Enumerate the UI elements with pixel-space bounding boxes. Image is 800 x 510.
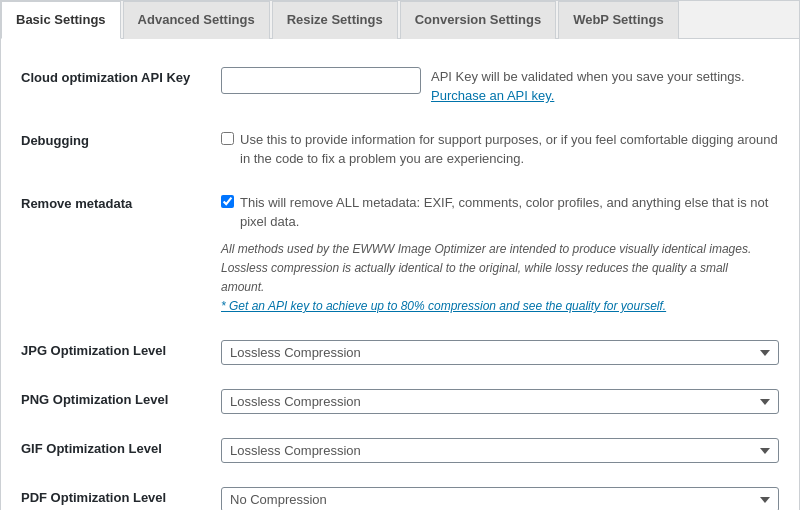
api-key-row: Cloud optimization API Key API Key will … bbox=[21, 55, 779, 118]
api-key-field-row: API Key will be validated when you save … bbox=[221, 67, 779, 106]
remove-metadata-row: Remove metadata This will remove ALL met… bbox=[21, 181, 779, 329]
form-content: Cloud optimization API Key API Key will … bbox=[1, 39, 799, 511]
png-level-field: No Compression Lossless Compression Loss… bbox=[221, 389, 779, 414]
pdf-level-field: No Compression Lossless Compression Loss… bbox=[221, 487, 779, 510]
tab-bar: Basic Settings Advanced Settings Resize … bbox=[1, 1, 799, 39]
jpg-level-field: No Compression Lossless Compression Loss… bbox=[221, 340, 779, 365]
gif-level-row: GIF Optimization Level No Compression Lo… bbox=[21, 426, 779, 475]
remove-metadata-description: This will remove ALL metadata: EXIF, com… bbox=[240, 193, 779, 232]
tab-resize-settings[interactable]: Resize Settings bbox=[272, 1, 398, 39]
remove-metadata-checkbox-label[interactable]: This will remove ALL metadata: EXIF, com… bbox=[221, 193, 779, 232]
png-level-select[interactable]: No Compression Lossless Compression Loss… bbox=[221, 389, 779, 414]
tab-webp-settings[interactable]: WebP Settings bbox=[558, 1, 679, 39]
remove-metadata-field: This will remove ALL metadata: EXIF, com… bbox=[221, 193, 779, 317]
pdf-level-label: PDF Optimization Level bbox=[21, 487, 221, 505]
jpg-level-row: JPG Optimization Level No Compression Lo… bbox=[21, 328, 779, 377]
api-key-description: API Key will be validated when you save … bbox=[431, 67, 779, 106]
pdf-level-select[interactable]: No Compression Lossless Compression Loss… bbox=[221, 487, 779, 510]
debugging-description: Use this to provide information for supp… bbox=[240, 130, 779, 169]
png-level-row: PNG Optimization Level No Compression Lo… bbox=[21, 377, 779, 426]
api-key-label: Cloud optimization API Key bbox=[21, 67, 221, 85]
debugging-field: Use this to provide information for supp… bbox=[221, 130, 779, 169]
debugging-checkbox-label[interactable]: Use this to provide information for supp… bbox=[221, 130, 779, 169]
debugging-label: Debugging bbox=[21, 130, 221, 148]
api-key-cta-link[interactable]: * Get an API key to achieve up to 80% co… bbox=[221, 299, 666, 313]
jpg-level-label: JPG Optimization Level bbox=[21, 340, 221, 358]
tab-conversion-settings[interactable]: Conversion Settings bbox=[400, 1, 556, 39]
remove-metadata-checkbox[interactable] bbox=[221, 195, 234, 208]
api-key-field: API Key will be validated when you save … bbox=[221, 67, 779, 106]
pdf-level-row: PDF Optimization Level No Compression Lo… bbox=[21, 475, 779, 510]
gif-level-label: GIF Optimization Level bbox=[21, 438, 221, 456]
debugging-row: Debugging Use this to provide informatio… bbox=[21, 118, 779, 181]
api-key-input[interactable] bbox=[221, 67, 421, 94]
gif-level-select[interactable]: No Compression Lossless Compression bbox=[221, 438, 779, 463]
jpg-level-select[interactable]: No Compression Lossless Compression Loss… bbox=[221, 340, 779, 365]
settings-panel: Basic Settings Advanced Settings Resize … bbox=[0, 0, 800, 510]
optimizer-notice: All methods used by the EWWW Image Optim… bbox=[221, 240, 771, 317]
tab-basic-settings[interactable]: Basic Settings bbox=[1, 1, 121, 39]
purchase-api-key-link[interactable]: Purchase an API key. bbox=[431, 88, 554, 103]
remove-metadata-label: Remove metadata bbox=[21, 193, 221, 211]
tab-advanced-settings[interactable]: Advanced Settings bbox=[123, 1, 270, 39]
gif-level-field: No Compression Lossless Compression bbox=[221, 438, 779, 463]
debugging-checkbox[interactable] bbox=[221, 132, 234, 145]
png-level-label: PNG Optimization Level bbox=[21, 389, 221, 407]
